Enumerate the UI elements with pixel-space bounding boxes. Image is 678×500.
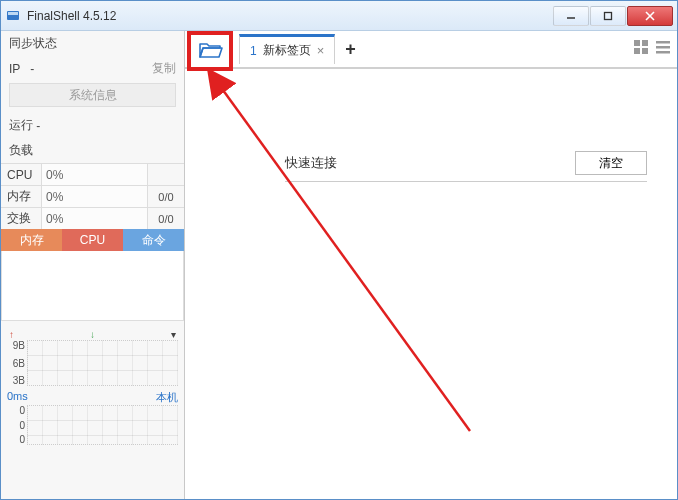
title-text: FinalShell 4.5.12 [27,9,116,23]
copy-link[interactable]: 复制 [152,60,176,77]
window-controls [552,6,673,26]
latency-spark: 0 0 0 [1,405,184,447]
network-grid [27,340,178,386]
svg-rect-12 [656,51,670,54]
runtime-value: - [36,119,40,133]
mem-metric-row: 内存 0% 0/0 [1,185,184,207]
folder-open-icon [198,38,224,60]
add-tab-button[interactable]: + [345,39,356,60]
net-y-2: 3B [7,375,25,386]
lat-y-0: 0 [7,405,25,416]
net-y-1: 6B [7,358,25,369]
latency-grid [27,405,178,445]
svg-rect-9 [642,48,648,54]
svg-rect-6 [634,40,640,46]
sync-status-label: 同步状态 [9,36,57,50]
tab-cpu[interactable]: CPU [62,229,123,251]
network-spark: ↑ ↓ ▾ 9B 6B 3B [1,327,184,388]
cpu-value: 0% [41,164,148,185]
swap-extra: 0/0 [148,208,184,229]
lat-y-1: 0 [7,420,25,431]
mem-value: 0% [41,186,148,207]
tab-cmd[interactable]: 命令 [123,229,184,251]
runtime-label: 运行 [9,117,33,134]
net-y-0: 9B [7,340,25,351]
minimize-button[interactable] [553,6,589,26]
tab-label: 新标签页 [263,42,311,59]
quick-connect-bar: 快速连接 清空 [285,151,647,175]
load-label: 负载 [9,142,33,159]
swap-value: 0% [41,208,148,229]
monitor-tabs: 内存 CPU 命令 [1,229,184,251]
mem-extra: 0/0 [148,186,184,207]
lat-y-2: 0 [7,434,25,445]
ip-row: IP - 复制 [1,56,184,81]
clear-button[interactable]: 清空 [575,151,647,175]
swap-label: 交换 [1,208,41,229]
monitor-chart-area [1,251,184,321]
tab-mem[interactable]: 内存 [1,229,62,251]
divider [285,181,647,182]
svg-rect-8 [634,48,640,54]
upload-arrow-icon: ↑ [9,329,14,340]
tab-new[interactable]: 1 新标签页 × [239,34,335,64]
download-arrow-icon: ↓ [90,329,95,340]
maximize-button[interactable] [590,6,626,26]
tab-close-icon[interactable]: × [317,43,325,58]
tab-number: 1 [250,44,257,58]
cpu-label: CPU [1,164,41,185]
runtime-row: 运行 - [1,113,184,138]
content-area: 1 新标签页 × + 快速连接 清空 [185,31,677,499]
svg-rect-7 [642,40,648,46]
titlebar: FinalShell 4.5.12 [1,1,677,31]
swap-metric-row: 交换 0% 0/0 [1,207,184,229]
system-info-button[interactable]: 系统信息 [9,83,176,107]
latency-host[interactable]: 本机 [156,390,178,405]
latency-ms: 0ms [7,390,28,405]
load-row: 负载 [1,138,184,163]
ip-value: - [30,62,34,76]
view-toggles [633,39,671,59]
svg-rect-11 [656,46,670,49]
cpu-metric-row: CPU 0% [1,163,184,185]
spark-menu-icon[interactable]: ▾ [171,329,176,340]
mem-label: 内存 [1,186,41,207]
tabbar: 1 新标签页 × + [185,31,677,69]
latency-row: 0ms 本机 [1,388,184,405]
app-icon [5,8,21,24]
svg-rect-1 [8,12,18,15]
svg-rect-3 [605,12,612,19]
grid-view-icon[interactable] [633,39,649,59]
ip-label: IP [9,62,20,76]
svg-rect-10 [656,41,670,44]
sync-status-row: 同步状态 [1,31,184,56]
quick-connect-label: 快速连接 [285,154,575,172]
close-button[interactable] [627,6,673,26]
list-view-icon[interactable] [655,39,671,59]
open-connection-manager-button[interactable] [191,32,231,66]
sidebar: 同步状态 IP - 复制 系统信息 运行 - 负载 CPU 0% 内存 0% [1,31,185,499]
